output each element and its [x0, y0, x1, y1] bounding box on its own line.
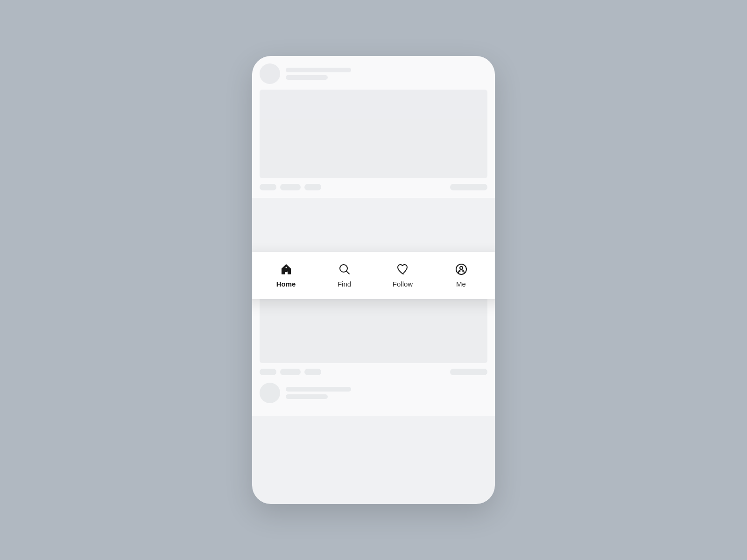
- nav-label-follow: Follow: [393, 280, 413, 288]
- post-header-2: [260, 383, 487, 403]
- name-bar-short-1: [286, 75, 328, 80]
- profile-icon: [453, 261, 469, 277]
- svg-point-5: [460, 266, 463, 269]
- nav-label-home: Home: [276, 280, 296, 288]
- svg-point-2: [340, 265, 347, 272]
- post-header-1: [260, 63, 487, 84]
- home-icon: [278, 261, 294, 277]
- post-image-1: [260, 90, 487, 178]
- user-info-2: [286, 387, 351, 399]
- phone-frame: Home Find Follow: [252, 56, 495, 504]
- action-pill-1d: [450, 184, 487, 190]
- action-pill-1a: [260, 184, 276, 190]
- action-pill-2d: [450, 369, 487, 375]
- bottom-nav: Home Find Follow: [252, 252, 495, 299]
- nav-item-me[interactable]: Me: [443, 261, 480, 288]
- heart-icon: [395, 261, 411, 277]
- nav-label-find: Find: [338, 280, 351, 288]
- avatar-1: [260, 63, 280, 84]
- action-pill-2a: [260, 369, 276, 375]
- nav-item-home[interactable]: Home: [268, 261, 305, 288]
- post-card-1: [252, 56, 495, 198]
- nav-item-follow[interactable]: Follow: [384, 261, 422, 288]
- name-bar-short-2: [286, 394, 328, 399]
- action-pill-2c: [304, 369, 321, 375]
- action-bar-2: [260, 369, 487, 375]
- name-bar-long-2: [286, 387, 351, 392]
- action-pill-1b: [280, 184, 301, 190]
- svg-point-1: [285, 267, 287, 268]
- user-info-1: [286, 68, 351, 80]
- avatar-2: [260, 383, 280, 403]
- svg-rect-0: [285, 272, 287, 272]
- action-bar-1: [260, 184, 487, 190]
- action-pill-2b: [280, 369, 301, 375]
- svg-line-3: [346, 272, 349, 274]
- nav-label-me: Me: [456, 280, 466, 288]
- search-icon: [337, 261, 352, 277]
- action-pill-1c: [304, 184, 321, 190]
- name-bar-long-1: [286, 68, 351, 72]
- nav-item-find[interactable]: Find: [326, 261, 363, 288]
